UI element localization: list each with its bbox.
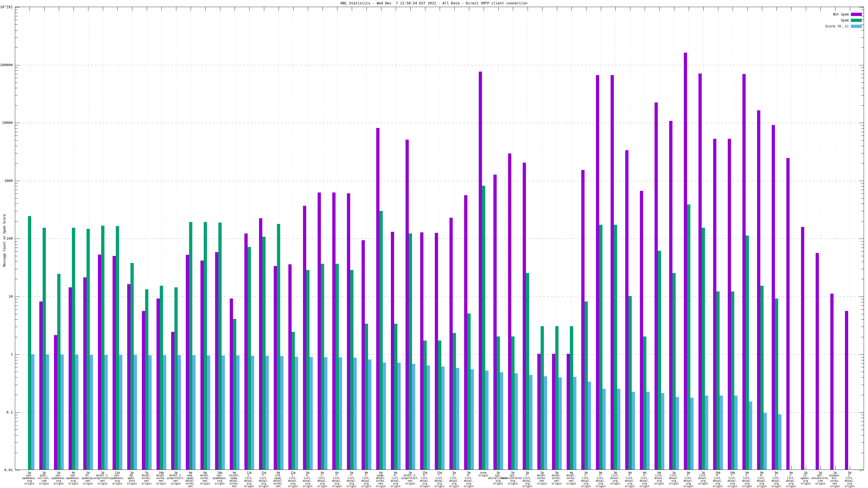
y-minor-tick: [861, 140, 864, 140]
bar-score: [500, 372, 503, 469]
bar-score: [764, 413, 767, 469]
bar-not-spam: [171, 332, 175, 469]
bar-spam: [673, 273, 676, 469]
y-minor-tick: [861, 183, 864, 184]
y-minor-tick: [15, 314, 18, 314]
plot-area: [15, 7, 864, 470]
x-tick: [659, 7, 660, 11]
bar-not-spam: [742, 74, 746, 469]
y-tick-label: 10: [0, 294, 13, 298]
bar-not-spam: [845, 311, 848, 469]
bar-spam: [614, 225, 617, 469]
x-tick: [191, 7, 191, 11]
legend-entry: Score (0..1): [782, 24, 864, 28]
bar-spam: [511, 336, 515, 469]
y-major-tick: [859, 238, 864, 239]
bar-not-spam: [288, 264, 291, 469]
bar-not-spam: [493, 174, 497, 469]
bar-score: [749, 401, 752, 469]
bar-score: [588, 382, 591, 469]
bar-not-spam: [405, 140, 409, 469]
x-tick: [850, 7, 850, 11]
y-minor-tick: [861, 443, 864, 443]
x-tick: [747, 7, 748, 11]
y-major-tick: [15, 238, 20, 239]
x-tick: [293, 7, 293, 11]
bar-spam: [189, 222, 192, 470]
bar-score: [236, 355, 240, 469]
y-minor-tick: [861, 367, 864, 367]
bar-score: [178, 355, 181, 469]
y-minor-tick: [15, 47, 18, 48]
y-minor-tick: [861, 395, 864, 395]
bar-spam: [365, 324, 368, 469]
bar-spam: [438, 340, 441, 469]
bar-not-spam: [244, 233, 248, 469]
y-minor-tick: [861, 319, 864, 320]
bar-score: [602, 389, 606, 469]
bar-score: [75, 355, 79, 469]
x-tick: [454, 7, 455, 11]
y-minor-tick: [15, 198, 18, 198]
bar-spam: [467, 314, 471, 469]
x-tick: [73, 7, 74, 11]
y-tick-label: 0.1: [0, 410, 13, 414]
x-tick: [103, 7, 103, 11]
y-minor-tick: [861, 385, 864, 385]
x-tick: [352, 7, 352, 11]
x-tick: [410, 7, 411, 11]
x-tick: [645, 7, 645, 11]
y-major-tick: [15, 354, 20, 355]
bar-spam: [160, 286, 163, 469]
bar-spam: [72, 228, 75, 469]
bar-not-spam: [464, 195, 467, 469]
x-tick: [425, 7, 425, 11]
y-minor-tick: [15, 146, 18, 146]
bar-spam: [262, 237, 266, 469]
bar-not-spam: [830, 294, 834, 469]
bar-not-spam: [200, 261, 204, 469]
bar-not-spam: [537, 354, 540, 469]
y-major-tick: [859, 181, 864, 181]
y-major-tick: [15, 7, 20, 7]
y-minor-tick: [861, 314, 864, 314]
y-minor-tick: [15, 211, 18, 211]
y-major-tick: [15, 65, 20, 65]
bar-spam: [540, 326, 544, 469]
x-tick: [484, 7, 484, 11]
y-minor-tick: [15, 453, 18, 453]
bar-not-spam: [420, 232, 424, 469]
bar-spam: [233, 319, 236, 469]
x-tick: [703, 7, 704, 11]
bar-spam: [775, 298, 778, 469]
bar-spam: [130, 263, 134, 469]
x-gridline: [791, 7, 792, 469]
bar-spam: [306, 270, 310, 469]
y-minor-tick: [861, 135, 864, 136]
bar-not-spam: [567, 354, 570, 469]
y-minor-tick: [861, 186, 864, 187]
y-minor-tick: [861, 70, 864, 71]
legend-swatch: [851, 13, 862, 16]
bar-score: [573, 377, 577, 469]
bar-spam: [291, 332, 295, 469]
bar-not-spam: [274, 266, 277, 469]
bar-not-spam: [83, 278, 87, 469]
y-gridline: [15, 181, 864, 181]
y-tick-label: 10000: [0, 121, 13, 125]
bar-spam: [277, 224, 280, 469]
y-minor-tick: [15, 251, 18, 252]
bar-score: [119, 355, 122, 469]
bar-score: [676, 397, 679, 469]
bar-score: [148, 355, 152, 469]
bar-score: [324, 357, 328, 469]
y-minor-tick: [861, 360, 864, 360]
bar-spam: [350, 270, 353, 469]
legend-swatch: [851, 25, 862, 28]
y-tick-label: 1: [0, 352, 13, 356]
bar-spam: [746, 236, 749, 469]
y-minor-tick: [15, 67, 18, 68]
bar-spam: [87, 229, 90, 469]
x-tick: [220, 7, 220, 11]
bar-not-spam: [654, 102, 658, 469]
